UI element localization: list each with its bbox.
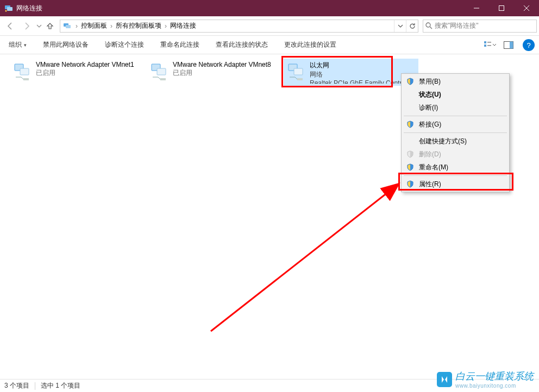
ctx-delete: 删除(D) [403,148,508,161]
network-adapter-icon [285,61,310,84]
svg-point-2 [5,10,7,12]
svg-rect-15 [23,78,29,80]
connection-name: VMware Network Adapter VMnet8 [173,61,280,68]
cmd-rename[interactable]: 重命名此连接 [157,38,203,52]
crumb-mid[interactable]: 所有控制面板项 [114,21,164,30]
watermark: 白云一键重装系统 www.baiyunxitong.com [437,370,534,389]
cmd-change-settings[interactable]: 更改此连接的设置 [281,38,340,52]
titlebar: 网络连接 [0,0,539,16]
back-button[interactable] [2,18,18,34]
breadcrumb-sep-icon: › [164,22,168,30]
search-input[interactable]: 搜索"网络连接" [423,20,537,33]
svg-rect-21 [297,78,303,80]
shield-icon [406,150,415,159]
svg-rect-12 [510,42,513,49]
crumb-root[interactable]: 控制面板 [79,21,109,30]
breadcrumb-sep-icon: › [109,22,114,30]
svg-rect-10 [487,45,491,46]
up-button[interactable] [43,18,57,34]
svg-rect-5 [66,25,71,28]
address-dropdown[interactable] [394,20,406,32]
close-button[interactable] [514,0,539,16]
ctx-bridge[interactable]: 桥接(G) [403,118,508,131]
navigation-bar: › 控制面板 › 所有控制面板项 › 网络连接 搜索"网络连接" [0,16,539,36]
preview-pane-button[interactable] [501,39,516,52]
svg-rect-8 [484,45,486,47]
shield-icon [406,77,415,86]
cmd-disable-device[interactable]: 禁用此网络设备 [40,38,92,52]
svg-rect-1 [7,7,12,11]
shield-icon [406,163,415,172]
svg-rect-9 [487,42,491,43]
network-adapter-icon [11,61,36,84]
connection-vmnet1[interactable]: VMware Network Adapter VMnet1 已启用 [10,59,145,86]
svg-rect-7 [484,41,486,43]
cmd-diagnose[interactable]: 诊断这个连接 [102,38,147,52]
command-bar: 组织▾ 禁用此网络设备 诊断这个连接 重命名此连接 查看此连接的状态 更改此连接… [0,36,539,54]
connection-status: 已启用 [36,68,143,78]
recent-dropdown[interactable] [35,18,43,34]
ctx-separator [404,116,507,116]
shield-icon [406,120,415,129]
status-count: 3 个项目 [4,381,29,390]
window-title: 网络连接 [16,4,42,13]
ctx-diagnose[interactable]: 诊断(I) [403,101,508,114]
svg-rect-3 [499,6,504,11]
connection-name: 以太网 [310,61,417,70]
ctx-disable[interactable]: 禁用(B) [403,75,508,88]
crumb-leaf[interactable]: 网络连接 [168,21,198,30]
status-separator [35,382,35,390]
watermark-icon [437,372,452,387]
connection-status: 已启用 [173,68,280,78]
minimize-button[interactable] [464,0,489,16]
connection-name: VMware Network Adapter VMnet1 [36,61,143,68]
ctx-separator [404,132,507,133]
ctx-separator [404,175,507,176]
svg-rect-18 [160,78,166,80]
cmd-organize[interactable]: 组织▾ [5,38,30,52]
cmd-view-status[interactable]: 查看此连接的状态 [212,38,271,52]
forward-button[interactable] [18,18,35,34]
address-icon [62,21,72,31]
watermark-text: 白云一键重装系统 [455,371,534,382]
connection-ethernet[interactable]: 以太网 网络 Realtek PCIe GbE Family Controlle… [284,59,418,86]
maximize-button[interactable] [489,0,514,16]
address-bar[interactable]: › 控制面板 › 所有控制面板项 › 网络连接 [60,20,418,33]
svg-point-6 [426,23,430,27]
caret-down-icon: ▾ [24,42,27,48]
connection-vmnet8[interactable]: VMware Network Adapter VMnet8 已启用 [147,59,281,86]
app-icon [4,4,13,12]
ctx-create-shortcut[interactable]: 创建快捷方式(S) [403,135,508,148]
svg-rect-20 [294,68,303,75]
search-icon [425,22,433,29]
shield-icon [406,180,415,188]
view-mode-button[interactable] [482,39,498,52]
network-adapter-icon [148,61,173,84]
ctx-properties[interactable]: 属性(R) [403,178,508,191]
context-menu: 禁用(B) 状态(U) 诊断(I) 桥接(G) 创建快捷方式(S) 删除(D) … [401,73,510,192]
refresh-button[interactable] [406,20,418,32]
svg-rect-17 [157,68,166,75]
ctx-status[interactable]: 状态(U) [403,88,508,101]
search-placeholder: 搜索"网络连接" [435,21,479,30]
help-button[interactable]: ? [523,39,535,51]
status-selected: 选中 1 个项目 [41,381,80,390]
breadcrumb-sep-icon: › [74,22,79,30]
ctx-rename[interactable]: 重命名(M) [403,161,508,174]
watermark-url: www.baiyunxitong.com [455,383,534,389]
svg-rect-14 [20,68,29,75]
